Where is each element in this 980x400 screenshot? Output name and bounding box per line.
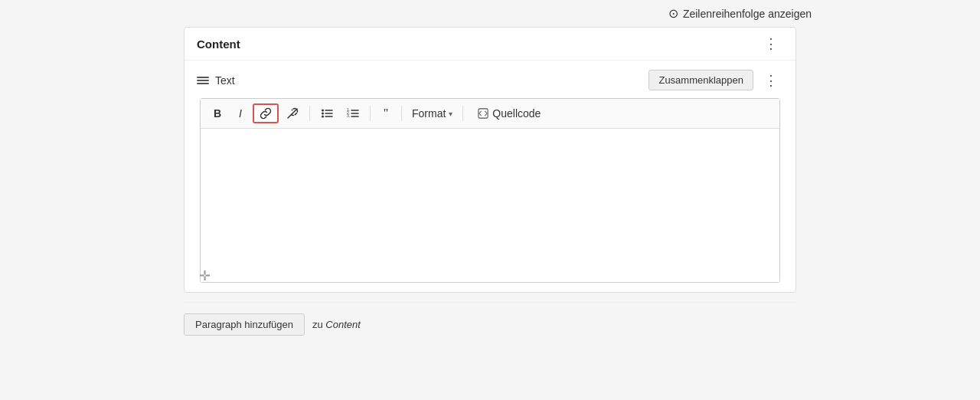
svg-point-1 [322,110,324,112]
quellcode-label: Quellcode [492,107,541,120]
unordered-list-button[interactable] [315,104,339,123]
text-block-right: Zusammenklappen ⋮ [648,70,783,90]
content-italic-label: Content [325,319,361,330]
svg-point-3 [322,116,324,118]
content-card-title: Content [197,38,240,51]
line-3 [197,83,209,84]
remove-link-icon [286,107,299,120]
add-paragraph-button[interactable]: Paragraph hinzufügen [184,313,305,336]
drag-handle[interactable]: ✛ [199,267,211,284]
text-block-left: Text [197,74,235,87]
ordered-list-button[interactable]: 1. 2. 3. [341,104,365,123]
text-block-label: Text [215,74,235,87]
format-label: Format [412,107,446,120]
svg-rect-13 [479,109,488,118]
text-block-header: Text Zusammenklappen ⋮ [197,70,783,90]
ordered-list-icon: 1. 2. 3. [347,107,359,120]
editor-container: B I [200,98,780,283]
toolbar-separator-2 [370,106,371,121]
editor-toolbar: B I [201,99,779,129]
toolbar-separator-4 [462,106,463,121]
format-dropdown[interactable]: Format ▾ [407,104,458,123]
bold-button[interactable]: B [207,104,228,123]
zu-label: zu [312,319,323,330]
line-1 [197,77,209,78]
italic-button[interactable]: I [230,104,251,123]
format-dropdown-arrow: ▾ [449,110,452,118]
row-order-link[interactable]: ⊙ Zeilenreihenfolge anzeigen [668,6,812,21]
svg-point-2 [322,113,324,115]
main-wrapper: ✛ Content ⋮ Text [0,27,980,400]
link-button[interactable] [253,103,279,123]
toolbar-separator-1 [309,106,310,121]
lines-icon[interactable] [197,77,209,84]
content-card-header: Content ⋮ [185,28,795,61]
unordered-list-icon [321,107,333,120]
row-order-label: Zeilenreihenfolge anzeigen [683,8,812,20]
remove-link-button[interactable] [280,104,305,123]
blockquote-button[interactable]: " [375,104,397,123]
content-card: Content ⋮ Text Zusammenk [184,27,796,293]
bottom-section: Paragraph hinzufügen zu Content [184,293,796,336]
bottom-inner: Paragraph hinzufügen zu Content [184,302,796,336]
quellcode-icon [478,108,488,119]
link-icon [260,107,272,120]
quellcode-button[interactable]: Quellcode [471,104,547,123]
eye-icon: ⊙ [668,6,678,21]
text-block-menu-button[interactable]: ⋮ [760,72,783,89]
toolbar-separator-3 [401,106,402,121]
content-card-menu-button[interactable]: ⋮ [760,35,783,52]
top-bar: ⊙ Zeilenreihenfolge anzeigen [0,0,980,27]
blockquote-icon: " [384,107,389,120]
text-block: Text Zusammenklappen ⋮ B I [185,61,795,292]
collapse-button[interactable]: Zusammenklappen [648,70,753,90]
line-2 [197,80,209,81]
editor-body[interactable] [201,129,779,282]
zu-content-text: zu Content [312,319,361,330]
svg-text:3.: 3. [347,113,350,118]
